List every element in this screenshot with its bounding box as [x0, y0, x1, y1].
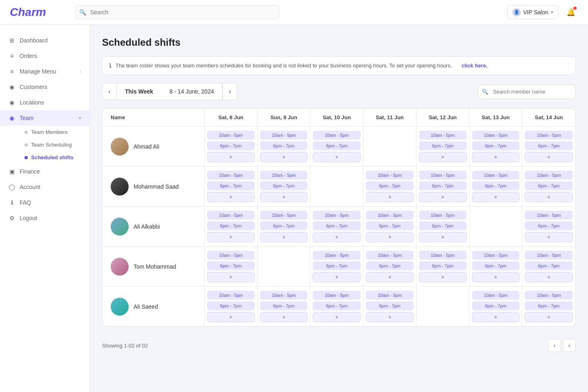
shift-pill[interactable]: 6pm - 7pm: [207, 261, 255, 270]
add-shift-button[interactable]: +: [525, 272, 573, 282]
shift-pill[interactable]: 6pm - 7pm: [472, 261, 520, 270]
add-shift-button[interactable]: +: [260, 192, 308, 202]
sidebar-item-manage-menu[interactable]: ≡ Manage Menu ›: [0, 64, 89, 79]
shift-pill[interactable]: 6pm - 7pm: [525, 181, 573, 190]
sidebar-item-faq[interactable]: ℹ FAQ: [0, 195, 89, 210]
add-shift-button[interactable]: +: [472, 312, 520, 322]
shift-pill[interactable]: 10am - 5pm: [260, 211, 308, 220]
shift-pill[interactable]: 10am - 5pm: [366, 251, 414, 260]
shift-pill[interactable]: 6pm - 7pm: [419, 141, 467, 150]
add-shift-button[interactable]: +: [419, 152, 467, 162]
member-search-input[interactable]: [478, 85, 576, 99]
add-shift-button[interactable]: +: [525, 312, 573, 322]
add-shift-button[interactable]: +: [525, 192, 573, 202]
shift-pill[interactable]: 6pm - 7pm: [260, 301, 308, 310]
sidebar-item-finance[interactable]: ▣ Finance: [0, 164, 89, 179]
shift-pill[interactable]: 10am - 5pm: [260, 291, 308, 300]
prev-week-button[interactable]: ‹: [102, 83, 117, 100]
add-shift-button[interactable]: +: [207, 232, 255, 242]
sidebar-item-team[interactable]: ◉ Team ▾: [0, 110, 89, 126]
shift-pill[interactable]: 6pm - 7pm: [419, 221, 467, 230]
add-shift-button[interactable]: +: [207, 152, 255, 162]
pagination-prev[interactable]: ‹: [548, 339, 561, 352]
shift-pill[interactable]: 10am - 5pm: [525, 131, 573, 140]
shift-pill[interactable]: 10am - 5pm: [313, 291, 361, 300]
sidebar-item-orders[interactable]: ≡ Orders: [0, 48, 89, 64]
add-shift-button[interactable]: +: [472, 152, 520, 162]
shift-pill[interactable]: 6pm - 7pm: [472, 181, 520, 190]
pagination-next[interactable]: ›: [563, 339, 576, 352]
shift-pill[interactable]: 6pm - 7pm: [313, 261, 361, 270]
shift-pill[interactable]: 10am - 5pm: [525, 171, 573, 180]
sidebar-item-dashboard[interactable]: ⊞ Dashboard: [0, 33, 89, 48]
shift-pill[interactable]: 10am - 5pm: [366, 171, 414, 180]
shift-pill[interactable]: 6pm - 7pm: [366, 221, 414, 230]
add-shift-button[interactable]: +: [472, 192, 520, 202]
shift-pill[interactable]: 6pm - 7pm: [260, 141, 308, 150]
shift-pill[interactable]: 10am - 5pm: [472, 291, 520, 300]
sidebar-item-account[interactable]: ◯ Account: [0, 179, 89, 195]
sidebar-item-scheduled-shifts[interactable]: Scheduled shifts: [20, 151, 89, 164]
add-shift-button[interactable]: +: [260, 232, 308, 242]
shift-pill[interactable]: 6pm - 7pm: [419, 261, 467, 270]
shift-pill[interactable]: 10am - 5pm: [419, 251, 467, 260]
shift-pill[interactable]: 10am - 5pm: [207, 251, 255, 260]
shift-pill[interactable]: 10am - 5pm: [525, 291, 573, 300]
add-shift-button[interactable]: +: [207, 192, 255, 202]
add-shift-button[interactable]: +: [313, 312, 361, 322]
add-shift-button[interactable]: +: [525, 232, 573, 242]
sidebar-item-customers[interactable]: ◉ Customers: [0, 79, 89, 95]
add-shift-button[interactable]: +: [313, 272, 361, 282]
add-shift-button[interactable]: +: [366, 312, 414, 322]
add-shift-button[interactable]: +: [419, 232, 467, 242]
shift-pill[interactable]: 10am - 5pm: [313, 251, 361, 260]
sidebar-item-locations[interactable]: ◉ Locations: [0, 95, 89, 110]
shift-pill[interactable]: 6pm - 7pm: [207, 181, 255, 190]
shift-pill[interactable]: 10am - 5pm: [313, 131, 361, 140]
shift-pill[interactable]: 10am - 5pm: [207, 171, 255, 180]
add-shift-button[interactable]: +: [419, 192, 467, 202]
add-shift-button[interactable]: +: [419, 272, 467, 282]
shift-pill[interactable]: 10am - 5pm: [419, 211, 467, 220]
shift-pill[interactable]: 6pm - 7pm: [207, 301, 255, 310]
add-shift-button[interactable]: +: [260, 312, 308, 322]
shift-pill[interactable]: 10am - 5pm: [366, 291, 414, 300]
add-shift-button[interactable]: +: [313, 152, 361, 162]
shift-pill[interactable]: 10am - 5pm: [472, 251, 520, 260]
shift-pill[interactable]: 6pm - 7pm: [472, 141, 520, 150]
shift-pill[interactable]: 6pm - 7pm: [366, 301, 414, 310]
shift-pill[interactable]: 10am - 5pm: [419, 171, 467, 180]
shift-pill[interactable]: 10am - 5pm: [525, 211, 573, 220]
add-shift-button[interactable]: +: [525, 152, 573, 162]
shift-pill[interactable]: 6pm - 7pm: [260, 181, 308, 190]
notifications-button[interactable]: 🔔: [564, 5, 578, 20]
shift-pill[interactable]: 6pm - 7pm: [525, 261, 573, 270]
add-shift-button[interactable]: +: [472, 272, 520, 282]
shift-pill[interactable]: 10am - 5pm: [472, 171, 520, 180]
add-shift-button[interactable]: +: [313, 232, 361, 242]
shift-pill[interactable]: 6pm - 7pm: [260, 221, 308, 230]
shift-pill[interactable]: 6pm - 7pm: [366, 261, 414, 270]
sidebar-item-team-members[interactable]: Team Members: [20, 126, 89, 138]
shift-pill[interactable]: 6pm - 7pm: [207, 141, 255, 150]
shift-pill[interactable]: 6pm - 7pm: [525, 301, 573, 310]
shift-pill[interactable]: 10am - 5pm: [472, 131, 520, 140]
shift-pill[interactable]: 10am - 5pm: [207, 291, 255, 300]
shift-pill[interactable]: 6pm - 7pm: [313, 301, 361, 310]
sidebar-item-team-scheduling[interactable]: Team Scheduling: [20, 138, 89, 151]
shift-pill[interactable]: 6pm - 7pm: [313, 141, 361, 150]
shift-pill[interactable]: 6pm - 7pm: [472, 301, 520, 310]
add-shift-button[interactable]: +: [366, 272, 414, 282]
add-shift-button[interactable]: +: [366, 192, 414, 202]
shift-pill[interactable]: 6pm - 7pm: [419, 181, 467, 190]
shift-pill[interactable]: 6pm - 7pm: [313, 221, 361, 230]
add-shift-button[interactable]: +: [207, 272, 255, 282]
shift-pill[interactable]: 10am - 5pm: [207, 131, 255, 140]
shift-pill[interactable]: 10am - 5pm: [260, 171, 308, 180]
sidebar-item-logout[interactable]: ⚙ Logout: [0, 210, 89, 226]
shift-pill[interactable]: 6pm - 7pm: [366, 181, 414, 190]
add-shift-button[interactable]: +: [260, 152, 308, 162]
next-week-button[interactable]: ›: [223, 83, 237, 100]
global-search-input[interactable]: [75, 5, 279, 19]
shift-pill[interactable]: 10am - 5pm: [260, 131, 308, 140]
